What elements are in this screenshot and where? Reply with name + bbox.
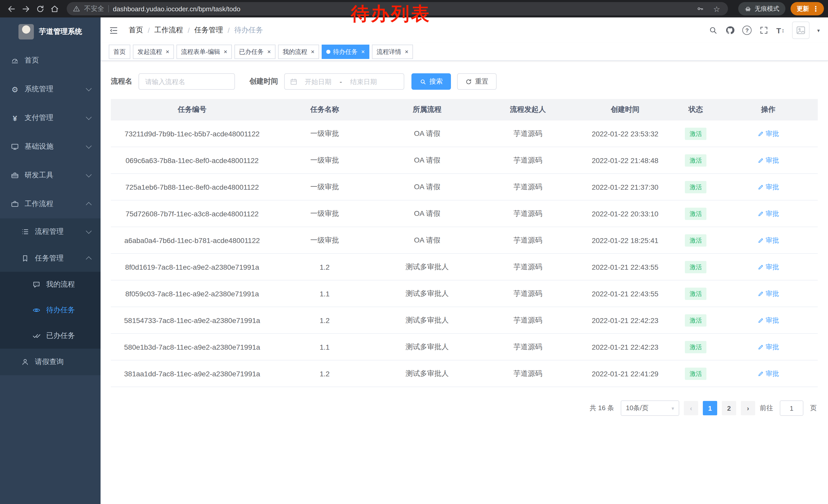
page-button-2[interactable]: 2 bbox=[722, 401, 736, 415]
app-title: 芋道管理系统 bbox=[39, 27, 82, 36]
fullscreen-icon[interactable] bbox=[759, 26, 769, 35]
approve-link[interactable]: 审批 bbox=[757, 155, 779, 165]
cell-task-name: 一级审批 bbox=[274, 200, 376, 227]
sidebar-item-workflow[interactable]: 工作流程 bbox=[0, 190, 100, 218]
user-avatar[interactable] bbox=[792, 21, 810, 39]
sidebar-item-task-mgmt[interactable]: 任务管理 bbox=[0, 245, 100, 272]
status-badge: 激活 bbox=[685, 234, 707, 246]
cell-process: 测试多审批人 bbox=[376, 254, 479, 280]
tab-form-edit[interactable]: 流程表单-编辑× bbox=[176, 45, 232, 59]
table-header-row: 任务编号 任务名称 所属流程 流程发起人 创建时间 状态 操作 bbox=[111, 99, 818, 121]
tools-icon bbox=[10, 171, 19, 179]
sidebar-item-home[interactable]: 首页 bbox=[0, 46, 100, 75]
incognito-badge: 无痕模式 bbox=[738, 2, 785, 15]
cell-task-name: 1.1 bbox=[274, 333, 376, 360]
breadcrumb-item-task-mgmt[interactable]: 任务管理 bbox=[195, 26, 223, 35]
approve-link[interactable]: 审批 bbox=[757, 289, 779, 298]
fold-icon[interactable] bbox=[109, 26, 119, 35]
tab-todo-task[interactable]: 待办任务× bbox=[322, 45, 369, 59]
breadcrumb-separator: / bbox=[188, 26, 190, 34]
menu-dots-icon[interactable]: ⋮ bbox=[812, 5, 819, 12]
sidebar-item-system[interactable]: ⚙ 系统管理 bbox=[0, 75, 100, 103]
cell-task-id: 75d72608-7b7f-11ec-a3c8-acde48001122 bbox=[111, 200, 274, 227]
breadcrumb-item-workflow[interactable]: 工作流程 bbox=[155, 26, 183, 35]
cell-initiator: 芋道源码 bbox=[479, 307, 577, 333]
page-size-select[interactable]: 10条/页▾ bbox=[621, 401, 679, 416]
edit-icon bbox=[757, 290, 763, 296]
tab-done-task[interactable]: 已办任务× bbox=[235, 45, 276, 59]
cell-process: 测试多审批人 bbox=[376, 333, 479, 360]
cell-task-name: 一级审批 bbox=[274, 147, 376, 174]
key-icon[interactable] bbox=[694, 3, 706, 15]
approve-link[interactable]: 审批 bbox=[757, 262, 779, 272]
goto-page-input[interactable] bbox=[780, 401, 803, 416]
cell-initiator: 芋道源码 bbox=[479, 147, 577, 174]
close-icon[interactable]: × bbox=[224, 48, 227, 55]
cell-task-name: 1.2 bbox=[274, 307, 376, 333]
approve-link[interactable]: 审批 bbox=[757, 342, 779, 352]
pagination-total: 共 16 条 bbox=[590, 404, 614, 413]
home-icon[interactable] bbox=[47, 2, 61, 16]
date-range-picker[interactable]: - bbox=[284, 73, 404, 90]
sidebar-item-done-task[interactable]: 已办任务 bbox=[0, 323, 100, 349]
cell-created: 2022-01-22 21:37:30 bbox=[577, 174, 673, 200]
sidebar-item-leave-query[interactable]: 请假查询 bbox=[0, 349, 100, 375]
cell-task-id: 8f0d1619-7ac8-11ec-a9e2-a2380e71991a bbox=[111, 254, 274, 280]
breadcrumb-separator: / bbox=[228, 26, 230, 34]
close-icon[interactable]: × bbox=[361, 48, 365, 55]
tab-my-process[interactable]: 我的流程× bbox=[278, 45, 319, 59]
cell-status: 激活 bbox=[673, 174, 719, 200]
close-icon[interactable]: × bbox=[405, 48, 408, 55]
process-name-input[interactable] bbox=[138, 73, 235, 90]
forward-arrow-icon[interactable] bbox=[18, 2, 33, 16]
next-page-button[interactable]: › bbox=[741, 401, 755, 415]
star-icon[interactable]: ☆ bbox=[710, 3, 723, 15]
cell-status: 激活 bbox=[673, 280, 719, 307]
search-button[interactable]: 搜索 bbox=[411, 73, 451, 90]
create-time-label: 创建时间 bbox=[249, 77, 278, 86]
reload-icon[interactable] bbox=[33, 2, 47, 16]
column-header-action: 操作 bbox=[719, 99, 818, 121]
approve-link[interactable]: 审批 bbox=[757, 236, 779, 245]
sidebar-item-process-mgmt[interactable]: 流程管理 bbox=[0, 218, 100, 245]
tab-home[interactable]: 首页 bbox=[109, 45, 130, 59]
status-badge: 激活 bbox=[685, 154, 707, 166]
start-date-input[interactable] bbox=[299, 77, 338, 86]
approve-link[interactable]: 审批 bbox=[757, 182, 779, 191]
font-size-icon[interactable]: T↕ bbox=[777, 26, 784, 35]
close-icon[interactable]: × bbox=[311, 48, 315, 55]
eye-icon bbox=[32, 306, 41, 314]
tab-process-detail[interactable]: 流程详情× bbox=[372, 45, 413, 59]
page-button-1[interactable]: 1 bbox=[703, 401, 717, 415]
update-button[interactable]: 更新 ⋮ bbox=[791, 2, 824, 15]
breadcrumb-item-home[interactable]: 首页 bbox=[129, 26, 143, 35]
approve-link[interactable]: 审批 bbox=[757, 316, 779, 325]
end-date-input[interactable] bbox=[344, 77, 383, 86]
github-icon[interactable] bbox=[726, 26, 735, 35]
cell-action: 审批 bbox=[719, 174, 818, 200]
sidebar-item-infra[interactable]: 基础设施 bbox=[0, 132, 100, 161]
search-icon[interactable] bbox=[709, 26, 718, 35]
sidebar-item-my-process[interactable]: 我的流程 bbox=[0, 272, 100, 297]
avatar-image-icon bbox=[796, 25, 806, 35]
cell-created: 2022-01-21 22:41:29 bbox=[577, 360, 673, 387]
prev-page-button[interactable]: ‹ bbox=[684, 401, 698, 415]
table-row: 8f059c03-7ac8-11ec-a9e2-a2380e71991a 1.1… bbox=[111, 280, 818, 307]
approve-link[interactable]: 审批 bbox=[757, 209, 779, 218]
sidebar-item-devtools[interactable]: 研发工具 bbox=[0, 161, 100, 190]
help-icon[interactable]: ? bbox=[743, 26, 752, 35]
close-icon[interactable]: × bbox=[166, 48, 169, 55]
approve-link[interactable]: 审批 bbox=[757, 129, 779, 138]
back-arrow-icon[interactable] bbox=[4, 2, 18, 16]
pagination: 共 16 条 10条/页▾ ‹ 1 2 › 前往 页 bbox=[112, 401, 817, 416]
sidebar-item-payment[interactable]: ¥ 支付管理 bbox=[0, 103, 100, 132]
active-tab-dot bbox=[326, 50, 330, 54]
tab-start-process[interactable]: 发起流程× bbox=[133, 45, 174, 59]
reset-button[interactable]: 重置 bbox=[457, 73, 497, 90]
person-icon bbox=[20, 358, 30, 366]
approve-link[interactable]: 审批 bbox=[757, 369, 779, 378]
close-icon[interactable]: × bbox=[267, 48, 271, 55]
cell-task-id: 8f059c03-7ac8-11ec-a9e2-a2380e71991a bbox=[111, 280, 274, 307]
sidebar-item-todo-task[interactable]: 待办任务 bbox=[0, 297, 100, 323]
security-label: 不安全 bbox=[84, 4, 104, 13]
